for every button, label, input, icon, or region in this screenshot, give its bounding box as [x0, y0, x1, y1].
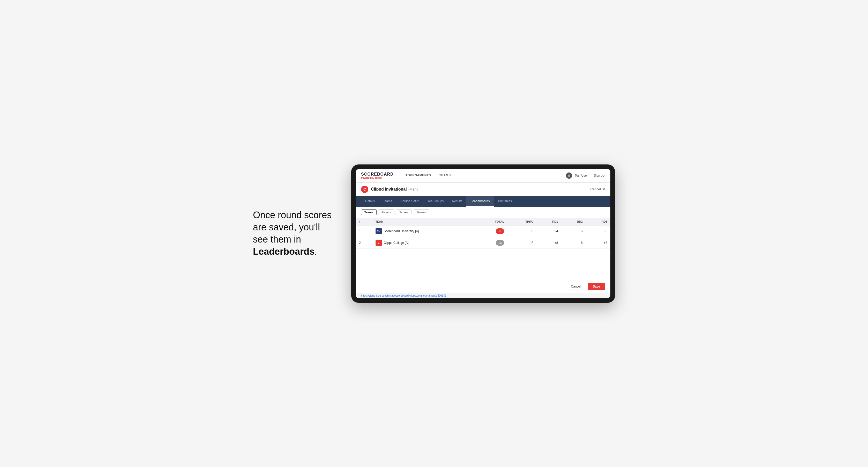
top-nav: SCOREBOARD Powered by clippd TOURNAMENTS…	[356, 169, 610, 183]
cell-rd3: +3	[586, 237, 610, 249]
subtab-players[interactable]: Players	[378, 210, 395, 215]
col-rd1: RD1	[536, 218, 561, 225]
sidebar-text-bold: Leaderboards	[253, 246, 314, 257]
col-team: TEAM	[372, 218, 475, 225]
cell-rank: 1	[356, 225, 372, 237]
tab-bar: Details Teams Course Setup Tee Groups Re…	[356, 196, 610, 207]
sidebar-text-end: .	[314, 246, 317, 257]
logo-title: SCOREBOARD	[361, 172, 394, 177]
col-rd2: RD2	[561, 218, 586, 225]
team-name-cell: C Clippd College [A]	[376, 240, 472, 246]
nav-tournaments[interactable]: TOURNAMENTS	[401, 169, 435, 183]
page-wrapper: Once round scores are saved, you'll see …	[253, 164, 615, 303]
score-badge: -5	[496, 228, 504, 234]
score-badge: +3	[496, 240, 504, 246]
modal-footer: Cancel Save	[356, 280, 610, 293]
tab-results[interactable]: Results	[448, 196, 466, 207]
table-row: 1 SU Scoreboard University [A] -5 F -4 +…	[356, 225, 610, 237]
team-logo: C	[376, 240, 382, 246]
url-text: https://stage-blue-coach.stagescoreboard…	[361, 294, 446, 297]
cancel-button-header[interactable]: Cancel ✕	[590, 187, 605, 191]
user-name: Test User	[575, 174, 588, 177]
close-icon: ✕	[602, 187, 605, 191]
pipe: |	[590, 174, 591, 177]
save-button[interactable]: Save	[588, 283, 605, 290]
cancel-label: Cancel	[590, 187, 601, 191]
tab-tee-groups[interactable]: Tee Groups	[424, 196, 448, 207]
url-bar: https://stage-blue-coach.stagescoreboard…	[356, 293, 610, 298]
tab-leaderboards[interactable]: Leaderboards	[466, 196, 494, 207]
cell-thru: F	[507, 237, 536, 249]
logo-subtitle: Powered by clippd	[361, 177, 394, 179]
team-name: Clippd College [A]	[384, 241, 409, 245]
cell-rd1: -4	[536, 225, 561, 237]
cell-team: C Clippd College [A]	[372, 237, 475, 249]
tablet-frame: SCOREBOARD Powered by clippd TOURNAMENTS…	[351, 164, 615, 303]
tablet-screen: SCOREBOARD Powered by clippd TOURNAMENTS…	[356, 169, 610, 298]
subtab-strokes[interactable]: Strokes	[413, 210, 429, 215]
sign-out-link[interactable]: Sign out	[594, 174, 605, 177]
cell-total: -5	[475, 225, 507, 237]
tab-printables[interactable]: Printables	[494, 196, 516, 207]
team-name-cell: SU Scoreboard University [A]	[376, 228, 472, 234]
logo-area: SCOREBOARD Powered by clippd	[361, 172, 394, 179]
col-rank: #	[356, 218, 372, 225]
tournament-name: Clippd Invitational	[371, 187, 407, 192]
cell-rd2: +5	[561, 225, 586, 237]
nav-teams[interactable]: TEAMS	[435, 169, 455, 183]
leaderboard-table: # TEAM TOTAL THRU RD1 RD2 RD3 1 SU Score…	[356, 218, 610, 249]
sidebar-text-part1: Once round scores are saved, you'll see …	[253, 210, 332, 245]
logo-brand: clippd	[375, 177, 382, 179]
table-row: 2 C Clippd College [A] +3 F +8 -8 +3	[356, 237, 610, 249]
tab-teams[interactable]: Teams	[379, 196, 396, 207]
user-avatar: S	[566, 173, 572, 179]
cell-rd1: +8	[536, 237, 561, 249]
col-thru: THRU	[507, 218, 536, 225]
col-rd3: RD3	[586, 218, 610, 225]
cell-team: SU Scoreboard University [A]	[372, 225, 475, 237]
tournament-header: C Clippd Invitational (Men) Cancel ✕	[356, 183, 610, 196]
table-header-row: # TEAM TOTAL THRU RD1 RD2 RD3	[356, 218, 610, 225]
sidebar-description: Once round scores are saved, you'll see …	[253, 209, 336, 257]
cancel-button-footer[interactable]: Cancel	[567, 283, 585, 290]
team-name: Scoreboard University [A]	[384, 229, 419, 233]
cell-rank: 2	[356, 237, 372, 249]
cell-total: +3	[475, 237, 507, 249]
team-logo: SU	[376, 228, 382, 234]
col-total: TOTAL	[475, 218, 507, 225]
cell-rd3: -6	[586, 225, 610, 237]
nav-right: S Test User | Sign out	[566, 173, 605, 179]
empty-area	[356, 249, 610, 280]
subtab-teams[interactable]: Teams	[361, 210, 377, 215]
tab-details[interactable]: Details	[361, 196, 379, 207]
cell-rd2: -8	[561, 237, 586, 249]
subtab-scores[interactable]: Scores	[396, 210, 411, 215]
tournament-gender: (Men)	[408, 187, 418, 191]
sub-tabs: Teams Players Scores Strokes	[356, 207, 610, 218]
cell-thru: F	[507, 225, 536, 237]
tournament-icon: C	[361, 186, 368, 193]
tab-course-setup[interactable]: Course Setup	[396, 196, 424, 207]
nav-links: TOURNAMENTS TEAMS	[401, 169, 566, 183]
